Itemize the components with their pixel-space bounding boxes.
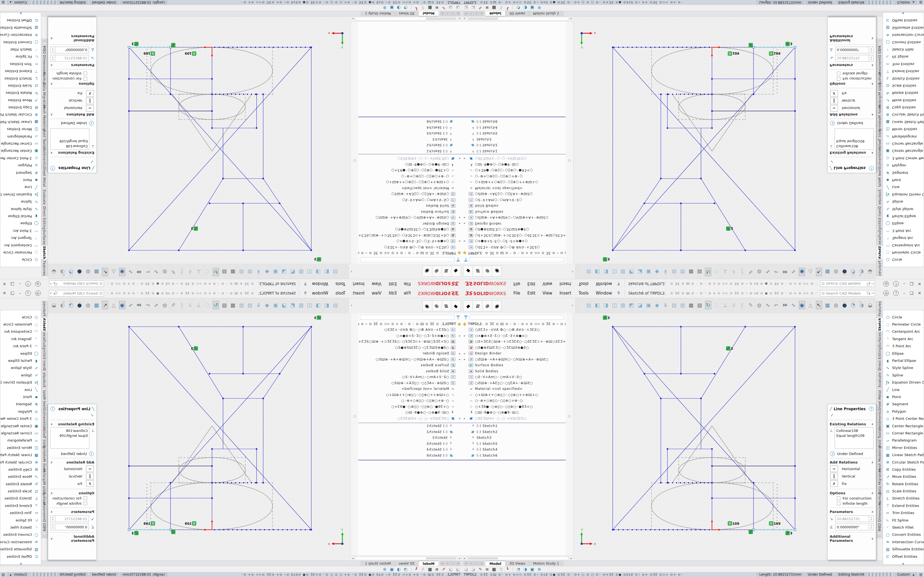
commandmanager-tab[interactable]: Evaluate [876, 371, 883, 389]
sketch-tool-item[interactable]: ◜ Sketch Fillet [883, 524, 924, 531]
tree-row[interactable]: ▸ ◔ ○∧●⊕∔Ƨ◦Ƹ○◦○Ƹ◦Ƨ∔⊕●∧○ [462, 239, 566, 245]
tree-row[interactable]: ▸ ▤ Design Binder [462, 221, 566, 227]
commandmanager-tab[interactable]: MBD Dimensions [876, 505, 883, 528]
sketch-tool-item[interactable]: ▪ Point [0, 176, 41, 184]
sketch-tool-item[interactable]: ✂ Trim Entities [0, 60, 41, 68]
sketch-tool-item[interactable]: ↗ Move Entities [883, 473, 924, 480]
toolbar-icon[interactable]: ▧ [671, 268, 677, 276]
display-toolbar-icon[interactable]: ◑ [397, 5, 401, 10]
display-toolbar-icon[interactable]: ◑ [523, 5, 527, 10]
toolbar-icon[interactable]: ƒ [739, 301, 745, 309]
tree-row[interactable]: ▱ ○∔Ш⊕∔+○⊕▯○◦○▯⊕○+∔⊕Ш∔○ [358, 179, 462, 185]
toolbar-icon[interactable]: ↻ [705, 268, 711, 276]
toolbar-icon[interactable]: ◉ [799, 301, 805, 309]
commandmanager-tab[interactable]: Sketch [41, 318, 48, 332]
section-additional-parameters[interactable]: Additional Parameters∨ [830, 34, 874, 43]
checkbox[interactable] [84, 72, 87, 75]
filter-input[interactable] [469, 315, 564, 320]
panel-tab[interactable]: ◉ [422, 266, 432, 277]
tree-row[interactable]: ▦ (-) Sketch6 [462, 453, 566, 459]
panel-tab[interactable]: ⊕ [432, 266, 442, 277]
display-toolbar-icon[interactable]: ▣ [530, 567, 534, 572]
sketch-tool-item[interactable]: ⊞ Copy Entities [883, 104, 924, 111]
section-options[interactable]: Options∧ [830, 491, 874, 495]
toolbar-icon[interactable]: ▦ [230, 301, 236, 309]
help-icon[interactable]: ? [25, 281, 31, 287]
tab-nav-icon[interactable]: › [445, 561, 450, 566]
angle-field[interactable]: 0.00000000° [55, 524, 89, 530]
model-tab[interactable]: Motion Study 1 [361, 561, 395, 566]
tree-row[interactable]: ◧ Surface Bodies [358, 209, 462, 215]
scroll-thumb[interactable] [468, 18, 498, 20]
sketch-tool-item[interactable]: ≋ Intersection Curve [0, 32, 41, 39]
tree-row[interactable]: ┗ (-) Sketch4 [358, 447, 462, 453]
tree-row[interactable]: ┗ (-) Sketch1 [358, 423, 462, 429]
expand-arrow-icon[interactable]: ▸ [464, 240, 467, 243]
section-parameters[interactable]: Parameters∧ [50, 510, 94, 514]
sketch-tool-item[interactable]: ⌂ Polygon [0, 408, 41, 415]
search-dropdown-caret[interactable]: ▾ [871, 292, 874, 295]
scroll-left-icon[interactable]: ◂ [457, 18, 462, 20]
sketch-tool-item[interactable]: ⌂ Polygon [883, 162, 924, 169]
sketch-tool-item[interactable]: ≋ Intersection Curve [883, 538, 924, 545]
menu-item[interactable]: View [543, 281, 552, 286]
menu-item[interactable]: Window [312, 281, 328, 286]
menu-item[interactable]: File [404, 281, 410, 286]
commandmanager-tab[interactable]: Features [41, 261, 48, 276]
expand-chevron-icon[interactable]: ∨ [50, 37, 53, 40]
display-toolbar-icon[interactable]: ⊛ [538, 5, 541, 10]
sketch-tool-item[interactable]: ✂ Trim Entities [883, 509, 924, 517]
sketch-tool-item[interactable]: ◇ 3 Point Center Recta... [883, 155, 924, 162]
panel-help-icon[interactable]: ? [869, 406, 874, 411]
search-icon[interactable] [866, 282, 871, 286]
sketch-tool-item[interactable]: ∟ Fit Spline [0, 53, 41, 60]
search-input[interactable]: Search CAD Models [58, 291, 98, 295]
featuremanager-vscrollbar[interactable] [351, 21, 358, 263]
sketch-tool-item[interactable]: ⌂ Polygon [0, 162, 41, 169]
toolbar-icon[interactable]: △ [808, 268, 813, 276]
commandmanager-tab[interactable]: Weldments [876, 148, 883, 165]
toolbar-icon[interactable]: ◩ [628, 268, 635, 276]
sketch-tool-item[interactable]: # Segment [883, 401, 924, 408]
scroll-left-icon[interactable]: ◂ [462, 18, 467, 20]
tree-row[interactable]: ▱ ○◦⊕∔○⊕▯○◦○▯⊕○∔⊕◦○ [462, 398, 566, 404]
menu-item[interactable]: Tools [578, 281, 588, 286]
add-relation-button[interactable]: ✗ [86, 480, 94, 487]
display-toolbar-icon[interactable]: ◪ [471, 5, 475, 10]
commandmanager-tab[interactable]: Direct Editing [876, 348, 883, 370]
angle-field[interactable]: 0.00000000° [835, 524, 869, 530]
toolbar-icon[interactable]: ◫ [611, 268, 617, 276]
relation-item[interactable]: Collinear108 [52, 428, 88, 433]
expand-arrow-icon[interactable]: ▸ [457, 358, 460, 361]
sketch-tool-item[interactable]: # Segment [883, 169, 924, 176]
tree-row[interactable]: ▸ ▤ Design Binder [462, 351, 566, 357]
sketch-tool-item[interactable]: ○ Circle [883, 256, 924, 263]
user-account-icon[interactable]: ◎ [883, 290, 889, 296]
commandmanager-tab[interactable]: Data Migration [41, 471, 48, 492]
add-relation-button[interactable]: ┃ [86, 98, 94, 104]
sketch-tool-item[interactable]: ◖ Partial Ellipse [883, 357, 924, 364]
sketch-tool-item[interactable]: ◯ Ellipse [0, 220, 41, 227]
search-input[interactable]: Search CAD Models [58, 282, 98, 286]
collapse-chevron-icon[interactable]: ∧ [50, 151, 53, 155]
toolbar-icon[interactable]: ∿ [765, 268, 771, 276]
toolbar-icon[interactable]: ▣ [645, 268, 651, 276]
child-restore-icon[interactable]: ❏ [69, 273, 73, 277]
tree-row[interactable]: ▱ ○∔Ш⊕∔+○⊕▯○◦○▯⊕○+∔⊕Ш∔○ [462, 179, 566, 185]
expand-arrow-icon[interactable]: ▸ [457, 216, 460, 219]
filter-funnel-icon[interactable] [464, 316, 468, 319]
toolbar-icon[interactable]: ⌐ [145, 301, 151, 309]
relations-listbox[interactable]: Collinear108Equal length109 [835, 427, 874, 449]
commandmanager-tab[interactable]: Features [876, 261, 883, 276]
commandmanager-tab[interactable]: Sheet Metal [876, 390, 883, 411]
toolbar-icon[interactable]: ◉ [119, 301, 125, 309]
toolbar-icon[interactable]: ▨ [238, 268, 244, 276]
sketch-tool-item[interactable]: ▭ Corner Rectangle [883, 429, 924, 437]
tree-row[interactable] [462, 459, 566, 461]
toolbar-icon[interactable]: ▤ [332, 268, 338, 276]
sketch-tool-item[interactable]: ◫ Mirror Entities [0, 444, 41, 451]
tree-row[interactable]: ◕ ○Ƨ●⊕ƧШƸƷ○◦○ƷƸШƧ⊕●Ƨ○ [462, 227, 566, 233]
toolbar-icon[interactable]: ◩ [289, 268, 296, 276]
toolbar-icon[interactable]: ∿ [790, 301, 796, 309]
child-restore-icon[interactable]: ❏ [851, 273, 855, 277]
